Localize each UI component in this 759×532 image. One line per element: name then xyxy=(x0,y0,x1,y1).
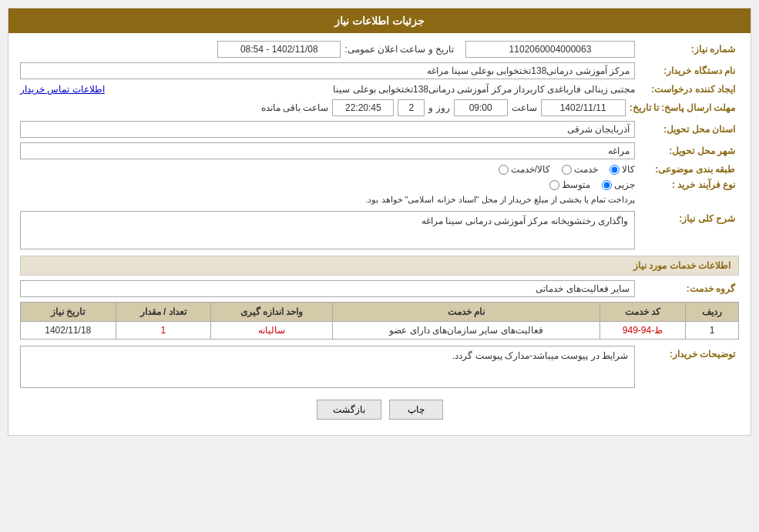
group-value: سایر فعالیت‌های خدماتی xyxy=(20,280,635,297)
buyer-notes-label: توضیحات خریدار: xyxy=(639,346,739,360)
category-services[interactable]: خدمت xyxy=(562,164,598,175)
back-button[interactable]: بازگشت xyxy=(317,400,381,420)
reply-remaining-label: ساعت باقی مانده xyxy=(261,102,329,113)
purchase-type-medium-radio[interactable] xyxy=(549,180,559,190)
cell-row: 1 xyxy=(686,321,739,339)
services-section-title: اطلاعات خدمات مورد نیاز xyxy=(20,256,739,276)
col-code: کد خدمت xyxy=(599,302,685,321)
reply-remaining: 22:20:45 xyxy=(332,99,394,116)
need-number-label: شماره نیاز: xyxy=(639,44,739,55)
category-goods-services[interactable]: کالا/خدمت xyxy=(499,164,550,175)
reply-date: 1402/11/11 xyxy=(541,99,626,116)
cell-code: ط-94-949 xyxy=(599,321,685,339)
category-label: طبقه بندی موضوعی: xyxy=(639,164,739,175)
need-number-value: 1102060004000063 xyxy=(465,41,635,58)
reply-deadline-label: مهلت ارسال پاسخ: تا تاریخ: xyxy=(630,102,739,113)
category-goods-services-radio[interactable] xyxy=(499,165,509,175)
button-row: چاپ بازگشت xyxy=(20,400,739,420)
reply-days: 2 xyxy=(398,99,425,116)
services-table: ردیف کد خدمت نام خدمت واحد اندازه گیری ت… xyxy=(20,302,739,340)
col-unit: واحد اندازه گیری xyxy=(210,302,332,321)
buyer-org-label: نام دستگاه خریدار: xyxy=(639,65,739,76)
announce-date-label: تاریخ و ساعت اعلان عمومی: xyxy=(344,44,454,55)
col-row: ردیف xyxy=(686,302,739,321)
print-button[interactable]: چاپ xyxy=(389,400,443,420)
reply-day-label: روز و xyxy=(428,102,449,113)
category-goods-radio[interactable] xyxy=(610,165,620,175)
creator-value: مجتبی زینالی فارباغدی کاربرداز مرکز آموز… xyxy=(109,84,635,95)
col-date: تاریخ نیاز xyxy=(21,302,116,321)
city-label: شهر محل تحویل: xyxy=(639,146,739,156)
purchase-type-partial[interactable]: جزیی xyxy=(602,179,635,190)
col-qty: تعداد / مقدار xyxy=(116,302,210,321)
cell-qty: 1 xyxy=(116,321,210,339)
announce-date-value: 1402/11/08 - 08:54 xyxy=(217,41,341,58)
purchase-type-medium[interactable]: متوسط xyxy=(549,179,590,190)
creator-label: ایجاد کننده درخواست: xyxy=(639,84,739,95)
cell-unit: سالیانه xyxy=(210,321,332,339)
col-name: نام خدمت xyxy=(333,302,600,321)
city-value: مراغه xyxy=(20,142,635,159)
creator-contact-link[interactable]: اطلاعات تماس خریدار xyxy=(20,84,105,95)
province-value: آذربایجان شرقی xyxy=(20,121,635,138)
group-label: گروه خدمت: xyxy=(639,283,739,294)
purchase-type-partial-radio[interactable] xyxy=(602,180,612,190)
purchase-type-label: نوع فرآیند خرید : xyxy=(639,179,739,190)
buyer-notes-value: شرایط در پیوست میباشد-مدارک پیوست گردد. xyxy=(20,346,635,388)
buyer-org-value: مرکز آموزشی درمانی138تختخوابی بوعلی سینا… xyxy=(20,62,635,79)
reply-time: 09:00 xyxy=(454,99,508,116)
reply-time-label: ساعت xyxy=(512,102,537,113)
cell-name: فعالیت‌های سایر سازمان‌های دارای عضو xyxy=(333,321,600,339)
cell-date: 1402/11/18 xyxy=(21,321,116,339)
category-services-radio[interactable] xyxy=(562,165,572,175)
province-label: استان محل تحویل: xyxy=(639,124,739,135)
general-desc-value: واگذاری رختشویخانه مرکز آموزشی درمانی سی… xyxy=(20,211,635,249)
purchase-type-desc: پرداخت تمام یا بخشی از مبلغ خریدار از مح… xyxy=(20,193,635,206)
category-goods[interactable]: کالا xyxy=(610,164,635,175)
general-desc-label: شرح کلی نیاز: xyxy=(639,211,739,224)
table-row: 1 ط-94-949 فعالیت‌های سایر سازمان‌های دا… xyxy=(21,321,739,339)
page-title: جزئیات اطلاعات نیاز xyxy=(8,8,751,33)
